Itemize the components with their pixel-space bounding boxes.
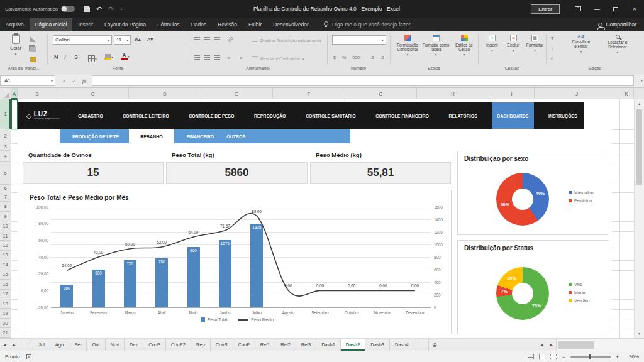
editing-button-classificar[interactable]: A↓ZClassificare Filtrar▾ [564, 35, 599, 53]
cut-icon[interactable] [30, 36, 36, 42]
ribbon-tab-desenvolvedor[interactable]: Desenvolvedor [267, 18, 314, 31]
increase-indent-icon[interactable]: ⇥ [238, 55, 242, 61]
column-header-j[interactable]: J [535, 88, 619, 99]
align-center-icon[interactable] [204, 55, 210, 61]
nav-item-reproducao[interactable]: REPRODUÇÃO [249, 102, 291, 129]
normal-view-icon[interactable] [528, 354, 534, 359]
sheet-tab-conp[interactable]: ConP [143, 339, 166, 351]
row-header-17[interactable]: 17 [0, 290, 11, 299]
sheet-nav-left-icon[interactable]: ◀ [0, 339, 9, 351]
row-header-4[interactable]: 4 [0, 151, 11, 162]
column-header-h[interactable]: H [417, 88, 489, 99]
scroll-down-icon[interactable]: ▼ [635, 329, 644, 338]
row-header-11[interactable]: 11 [0, 231, 11, 241]
shrink-font-button[interactable]: A▾ [147, 36, 153, 42]
sheet-tab-conf[interactable]: ConF [233, 339, 255, 351]
font-color-icon[interactable]: A▾ [121, 53, 130, 60]
close-icon[interactable]: × [625, 0, 644, 18]
vertical-scrollbar[interactable]: ▲ ▼ [634, 99, 644, 338]
align-top-icon[interactable] [194, 37, 200, 43]
number-format-select[interactable]: ▾ [332, 35, 386, 45]
ribbon-tab-inserir[interactable]: Inserir [72, 18, 99, 31]
styles-button-estilos-de[interactable]: Estilos deCélula▾ [450, 35, 478, 57]
nav-item-instrucoes[interactable]: INSTRUÇÕES [543, 102, 582, 129]
cells-button-inserir[interactable]: +Inserir▾ [482, 35, 502, 52]
align-bottom-icon[interactable] [214, 37, 220, 43]
row-header-1[interactable]: 1 [0, 99, 11, 129]
styles-button-formatacao[interactable]: FormataçãoCondicional▾ [394, 35, 421, 57]
sheet-tab-jul[interactable]: Jul [33, 339, 50, 351]
subnav-item-producao-de-leite[interactable]: PRODUÇÃO DE LEITE [72, 129, 119, 143]
sheet-nav-right-icon[interactable]: ▶ [9, 339, 19, 351]
copy-icon[interactable] [30, 47, 36, 52]
hscroll-left-icon[interactable]: ◀ [537, 343, 547, 347]
sheet-tab-dash1[interactable]: Dash1 [316, 339, 341, 351]
wrap-text-button[interactable]: Quebrar Texto Automaticamente [252, 38, 321, 43]
sheet-tab-rel3[interactable]: Rel3 [296, 339, 316, 351]
font-size-select[interactable]: 11▾ [114, 35, 131, 45]
tell-me-box[interactable]: Diga-me o que você deseja fazer [323, 18, 411, 31]
column-header-d[interactable]: D [129, 88, 201, 99]
row-header-21[interactable]: 21 [0, 328, 11, 337]
column-header-f[interactable]: F [273, 88, 345, 99]
cancel-icon[interactable]: × [59, 75, 69, 86]
sheet-tab-rel1[interactable]: Rel1 [255, 339, 275, 351]
sheet-tab-dez[interactable]: Dez [125, 339, 143, 351]
nav-item-controle-leiteiro[interactable]: CONTROLE LEITEIRO [118, 102, 174, 129]
row-header-9[interactable]: 9 [0, 212, 11, 221]
sheet-tab-rel2[interactable]: Rel2 [275, 339, 296, 351]
row-header-13[interactable]: 13 [0, 251, 11, 260]
sheet-tab-conp2[interactable]: ConP2 [166, 339, 191, 351]
row-header-6[interactable]: 6 [0, 185, 11, 192]
sheet-tab-nov[interactable]: Nov [106, 339, 125, 351]
sheet-tab-rep[interactable]: Rep [191, 339, 211, 351]
vertical-scroll-thumb[interactable] [636, 109, 642, 185]
format-painter-icon[interactable] [30, 57, 36, 62]
ribbon-tab-arquivo[interactable]: Arquivo [0, 18, 30, 31]
number-format-icon[interactable]: % [342, 55, 346, 60]
ribbon-tab-layout-da-pagina[interactable]: Layout da Página [99, 18, 152, 31]
grow-font-button[interactable]: A▴ [135, 36, 141, 42]
page-break-view-icon[interactable] [550, 354, 557, 359]
sheet-tab-dash4[interactable]: Dash4 [390, 339, 414, 351]
clear-icon[interactable]: ◊ [551, 56, 553, 62]
row-header-3[interactable]: 3 [0, 143, 11, 151]
ribbon-tab-pagina-inicial[interactable]: Página Inicial [30, 18, 73, 31]
horizontal-scroll-thumb[interactable] [558, 341, 594, 349]
restore-icon[interactable] [606, 0, 625, 18]
fx-icon[interactable]: fx [79, 75, 89, 86]
cells-button-formatar[interactable]: ▦Formatar▾ [525, 35, 545, 52]
zoom-slider-thumb[interactable] [589, 354, 591, 359]
undo-icon[interactable]: ↶ [96, 5, 102, 13]
subnav-item-outros[interactable]: OUTROS [226, 129, 245, 143]
redo-icon[interactable]: ↷ [108, 5, 114, 13]
column-header-c[interactable]: C [57, 88, 129, 99]
column-header-a[interactable]: A [11, 88, 18, 99]
horizontal-scrollbar[interactable]: ◀ ▶ [537, 339, 644, 351]
share-button[interactable]: Compartilhar [598, 18, 636, 31]
row-header-12[interactable]: 12 [0, 241, 11, 250]
row-header-5[interactable]: 5 [0, 162, 11, 185]
row-header-18[interactable]: 18 [0, 299, 11, 309]
number-format-icon[interactable]: ←.0 [366, 55, 374, 60]
column-header-b[interactable]: B [18, 88, 57, 99]
nav-item-controle-financeiro[interactable]: CONTROLE FINANCEIRO [370, 102, 434, 129]
zoom-in-icon[interactable]: + [616, 354, 619, 360]
select-all-corner[interactable] [0, 88, 11, 99]
signin-button[interactable]: Entrar [531, 4, 560, 14]
row-header-16[interactable]: 16 [0, 280, 11, 289]
sheet-tab-dash3[interactable]: Dash3 [365, 339, 390, 351]
minimize-icon[interactable]: — [587, 0, 606, 18]
paste-button[interactable]: Colar ▾ [4, 34, 28, 56]
ribbon-tab-formulas[interactable]: Fórmulas [152, 18, 185, 31]
enter-icon[interactable]: ✓ [69, 75, 79, 86]
align-left-icon[interactable] [194, 55, 200, 61]
column-header-e[interactable]: E [201, 88, 273, 99]
borders-icon[interactable]: ▾ [88, 55, 97, 62]
number-format-icon[interactable]: $ [333, 55, 336, 60]
horizontal-scroll-track[interactable] [556, 339, 644, 351]
name-box[interactable]: A1▾ [0, 75, 55, 86]
ribbon-tab-exibir[interactable]: Exibir [243, 18, 267, 31]
scroll-up-icon[interactable]: ▲ [635, 99, 644, 108]
sheet-tab-out[interactable]: Out [87, 339, 105, 351]
